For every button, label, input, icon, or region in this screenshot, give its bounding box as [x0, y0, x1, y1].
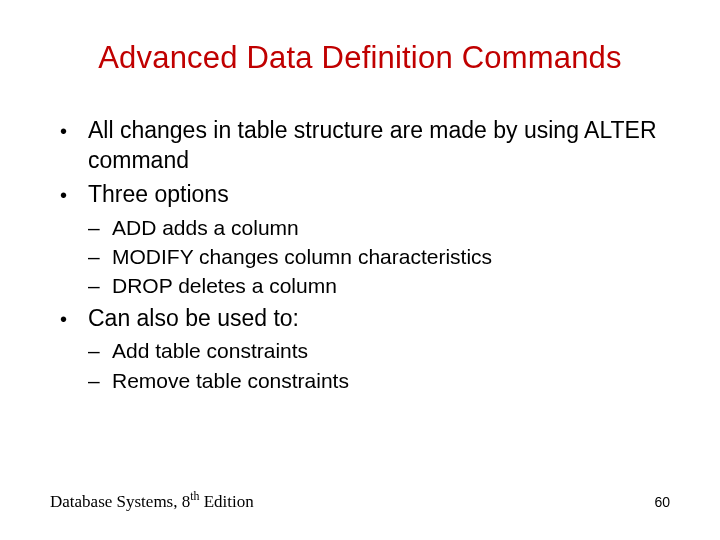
sub-bullet-item: DROP deletes a column: [88, 272, 670, 299]
footer-text-pre: Database Systems, 8: [50, 492, 190, 511]
bullet-item: Three options ADD adds a column MODIFY c…: [50, 180, 670, 300]
page-number: 60: [654, 494, 670, 510]
sub-bullet-text: Remove table constraints: [112, 369, 349, 392]
slide-content: All changes in table structure are made …: [50, 116, 670, 394]
slide-title: Advanced Data Definition Commands: [50, 40, 670, 76]
sub-bullet-item: ADD adds a column: [88, 214, 670, 241]
bullet-item: All changes in table structure are made …: [50, 116, 670, 176]
sub-bullet-text: DROP deletes a column: [112, 274, 337, 297]
bullet-item: Can also be used to: Add table constrain…: [50, 304, 670, 394]
bullet-text: Three options: [88, 181, 229, 207]
sub-bullet-text: Add table constraints: [112, 339, 308, 362]
bullet-text: Can also be used to:: [88, 305, 299, 331]
slide: Advanced Data Definition Commands All ch…: [0, 0, 720, 540]
sub-bullet-item: Add table constraints: [88, 337, 670, 364]
sub-bullet-text: MODIFY changes column characteristics: [112, 245, 492, 268]
bullet-list: All changes in table structure are made …: [50, 116, 670, 394]
sub-bullet-item: Remove table constraints: [88, 367, 670, 394]
sub-bullet-text: ADD adds a column: [112, 216, 299, 239]
slide-footer: Database Systems, 8th Edition 60: [50, 489, 670, 512]
footer-source: Database Systems, 8th Edition: [50, 489, 254, 512]
sub-bullet-list: Add table constraints Remove table const…: [88, 337, 670, 394]
footer-text-post: Edition: [199, 492, 253, 511]
sub-bullet-item: MODIFY changes column characteristics: [88, 243, 670, 270]
sub-bullet-list: ADD adds a column MODIFY changes column …: [88, 214, 670, 300]
bullet-text: All changes in table structure are made …: [88, 117, 657, 173]
